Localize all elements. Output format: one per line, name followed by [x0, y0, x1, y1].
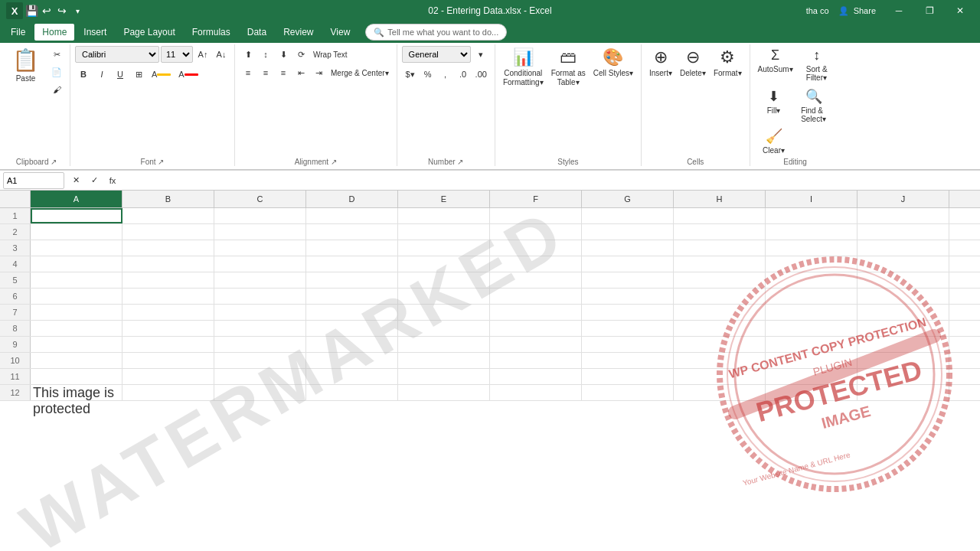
confirm-formula-button[interactable]: ✓: [86, 172, 103, 189]
align-right-button[interactable]: ≡: [275, 64, 292, 81]
cell-E3[interactable]: [398, 240, 490, 256]
cell-A4[interactable]: [31, 256, 122, 272]
formula-input[interactable]: [124, 172, 977, 189]
cell-E4[interactable]: [398, 256, 490, 272]
align-left-button[interactable]: ≡: [240, 64, 256, 81]
cell-J8[interactable]: [858, 321, 949, 336]
cell-A12[interactable]: This image is protected: [31, 385, 122, 400]
col-header-F[interactable]: F: [490, 191, 582, 207]
cell-A6[interactable]: [31, 289, 122, 304]
cell-B2[interactable]: [122, 224, 214, 240]
cell-E1[interactable]: [398, 208, 490, 223]
cell-H5[interactable]: [674, 272, 766, 288]
font-color-button[interactable]: A: [175, 66, 201, 83]
merge-center-button[interactable]: Merge & Center▾: [328, 64, 392, 81]
cell-I1[interactable]: [766, 208, 858, 223]
cell-reference-box[interactable]: [3, 172, 64, 189]
cell-J10[interactable]: [858, 353, 949, 368]
clear-button[interactable]: 🧹 Clear▾: [755, 126, 793, 156]
cell-G11[interactable]: [582, 369, 674, 384]
cell-H10[interactable]: [674, 353, 766, 368]
cell-B5[interactable]: [122, 272, 214, 288]
cancel-formula-button[interactable]: ✕: [67, 172, 84, 189]
cell-I6[interactable]: [766, 289, 858, 304]
cell-J2[interactable]: [858, 224, 949, 240]
orientation-button[interactable]: ⟳: [292, 46, 309, 63]
undo-icon[interactable]: ↩: [40, 4, 54, 18]
cell-F10[interactable]: [490, 353, 582, 368]
col-header-A[interactable]: A: [31, 191, 122, 207]
cell-J3[interactable]: [858, 240, 949, 256]
indent-right-button[interactable]: ⇥: [310, 64, 327, 81]
cell-I8[interactable]: [766, 321, 858, 336]
close-button[interactable]: ✕: [946, 0, 974, 21]
menu-insert[interactable]: Insert: [76, 24, 114, 41]
cell-I9[interactable]: [766, 337, 858, 352]
cell-E6[interactable]: [398, 289, 490, 304]
cell-G2[interactable]: [582, 224, 674, 240]
cell-G8[interactable]: [582, 321, 674, 336]
cell-D4[interactable]: [306, 256, 398, 272]
cell-A7[interactable]: [31, 305, 122, 320]
cell-D8[interactable]: [306, 321, 398, 336]
menu-data[interactable]: Data: [240, 24, 274, 41]
cell-A3[interactable]: [31, 240, 122, 256]
font-size-select[interactable]: 11: [161, 46, 193, 63]
cell-B8[interactable]: [122, 321, 214, 336]
share-button[interactable]: Share: [854, 6, 876, 15]
align-middle-button[interactable]: ↕: [257, 46, 274, 63]
cell-E12[interactable]: [398, 385, 490, 400]
cell-I11[interactable]: [766, 369, 858, 384]
cell-A9[interactable]: [31, 337, 122, 352]
wrap-text-button[interactable]: Wrap Text: [310, 46, 351, 63]
cell-B9[interactable]: [122, 337, 214, 352]
cell-D3[interactable]: [306, 240, 398, 256]
cell-G7[interactable]: [582, 305, 674, 320]
menu-file[interactable]: File: [3, 24, 33, 41]
cell-H6[interactable]: [674, 289, 766, 304]
insert-function-button[interactable]: fx: [104, 172, 121, 189]
cell-F7[interactable]: [490, 305, 582, 320]
col-header-D[interactable]: D: [306, 191, 398, 207]
cell-A8[interactable]: [31, 321, 122, 336]
cell-I4[interactable]: [766, 256, 858, 272]
redo-icon[interactable]: ↪: [55, 4, 69, 18]
customize-qat-icon[interactable]: ▾: [70, 4, 84, 18]
cell-F8[interactable]: [490, 321, 582, 336]
cell-styles-button[interactable]: 🎨 Cell Styles▾: [590, 46, 636, 80]
cell-H1[interactable]: [674, 208, 766, 223]
cell-E10[interactable]: [398, 353, 490, 368]
col-header-E[interactable]: E: [398, 191, 490, 207]
cell-I12[interactable]: [766, 385, 858, 400]
cell-A11[interactable]: [31, 369, 122, 384]
cell-H3[interactable]: [674, 240, 766, 256]
cell-D7[interactable]: [306, 305, 398, 320]
cell-I10[interactable]: [766, 353, 858, 368]
tell-me-box[interactable]: 🔍 Tell me what you want to do...: [365, 24, 507, 41]
increase-decimal-button[interactable]: .0: [455, 66, 472, 83]
cell-B3[interactable]: [122, 240, 214, 256]
cell-F6[interactable]: [490, 289, 582, 304]
cell-F5[interactable]: [490, 272, 582, 288]
cell-C1[interactable]: [214, 208, 306, 223]
cell-G5[interactable]: [582, 272, 674, 288]
save-icon[interactable]: 💾: [24, 4, 38, 18]
user-name[interactable]: tha co: [806, 6, 829, 15]
cell-F11[interactable]: [490, 369, 582, 384]
underline-button[interactable]: U: [112, 66, 129, 83]
cell-C5[interactable]: [214, 272, 306, 288]
percent-button[interactable]: %: [420, 66, 436, 83]
format-painter-button[interactable]: 🖌: [48, 81, 65, 98]
col-header-C[interactable]: C: [214, 191, 306, 207]
cell-H2[interactable]: [674, 224, 766, 240]
restore-button[interactable]: ❐: [916, 0, 943, 21]
cell-G1[interactable]: [582, 208, 674, 223]
cell-C12[interactable]: [214, 385, 306, 400]
cell-E9[interactable]: [398, 337, 490, 352]
cell-F12[interactable]: [490, 385, 582, 400]
cell-D6[interactable]: [306, 289, 398, 304]
cell-D1[interactable]: [306, 208, 398, 223]
cell-G3[interactable]: [582, 240, 674, 256]
find-select-button[interactable]: 🔍 Find &Select▾: [795, 86, 833, 125]
cell-A5[interactable]: [31, 272, 122, 288]
